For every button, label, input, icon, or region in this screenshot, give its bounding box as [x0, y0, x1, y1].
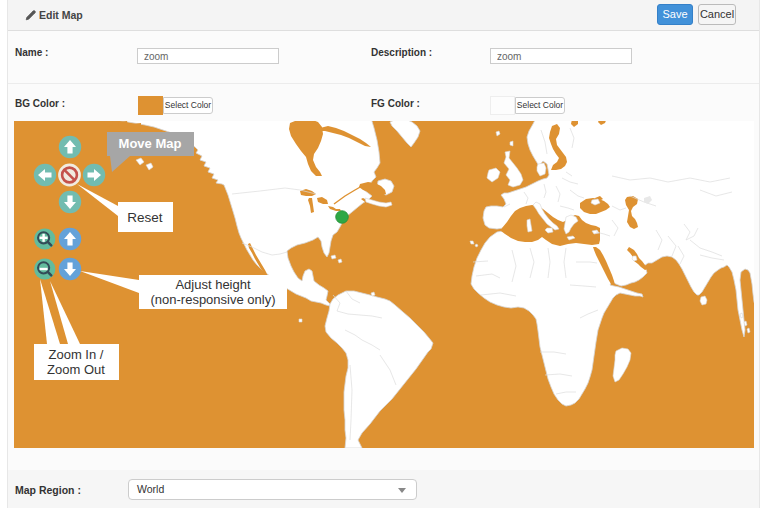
svg-text:(non-responsive only): (non-responsive only) — [150, 292, 275, 307]
svg-text:Zoom In /: Zoom In / — [49, 347, 104, 362]
svg-text:Zoom Out: Zoom Out — [47, 362, 105, 377]
svg-text:Move Map: Move Map — [119, 136, 182, 151]
svg-text:Reset: Reset — [127, 210, 163, 225]
svg-text:Adjust height: Adjust height — [175, 277, 251, 292]
